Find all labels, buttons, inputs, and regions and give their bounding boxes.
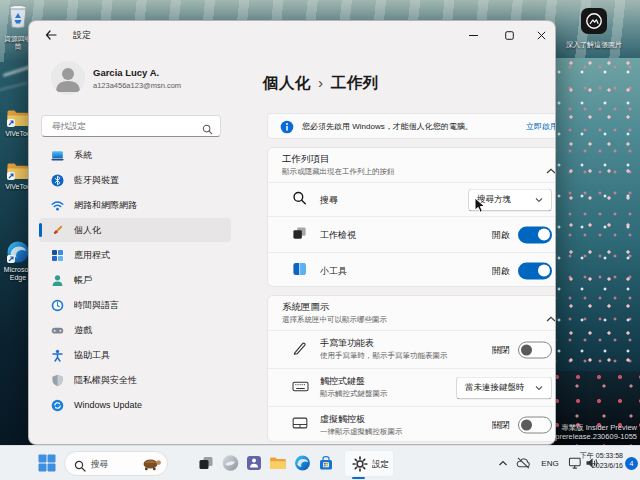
start-button[interactable]	[34, 454, 60, 472]
banner-text: 您必須先啟用 Windows，才能個人化您的電腦。	[302, 121, 473, 132]
section-taskbar-items: 工作列項目 顯示或隱藏出現在工作列上的按鈕 搜尋 搜尋方塊	[267, 147, 556, 287]
personalization-brush-icon	[51, 224, 64, 237]
chevron-up-icon[interactable]	[546, 160, 556, 178]
sidebar-item-bluetooth-devices[interactable]: 藍牙與裝置	[39, 168, 231, 192]
copilot-icon	[222, 455, 239, 472]
profile-name: Garcia Lucy A.	[93, 67, 159, 78]
row-label: 手寫筆功能表	[320, 337, 374, 350]
search-highlight-turtle-icon	[141, 456, 163, 476]
breadcrumb-root[interactable]: 個人化	[263, 74, 311, 91]
microsoft-store-icon	[318, 455, 334, 471]
sidebar-item-accessibility[interactable]: 協助工具	[39, 343, 231, 367]
section-header[interactable]: 系統匣圖示 選擇系統匣中可以顯示哪些圖示	[268, 296, 556, 330]
sidebar-item-label: Windows Update	[74, 400, 142, 410]
back-button[interactable]	[39, 26, 63, 44]
shield-icon	[51, 374, 64, 387]
person-icon	[51, 61, 85, 95]
sidebar-item-system[interactable]: 系統	[39, 143, 231, 167]
gamepad-icon	[51, 324, 64, 337]
sidebar-item-gaming[interactable]: 遊戲	[39, 318, 231, 342]
sidebar-item-personalization[interactable]: 個人化	[39, 218, 231, 242]
accounts-icon	[51, 274, 64, 287]
tray-onedrive-button[interactable]	[514, 457, 532, 470]
taskbar-edge-button[interactable]	[292, 455, 312, 472]
section-tray-icons: 系統匣圖示 選擇系統匣中可以顯示哪些圖示 手寫筆功能表 使用手寫筆時，顯示手寫筆…	[267, 295, 556, 442]
file-explorer-icon	[269, 456, 287, 471]
bluetooth-icon	[51, 174, 64, 187]
taskbar-file-explorer-button[interactable]	[268, 456, 288, 471]
sidebar-item-label: 應用程式	[74, 249, 110, 262]
notification-count: 4	[630, 460, 634, 467]
sidebar-item-label: 個人化	[74, 224, 101, 237]
section-title: 系統匣圖示	[282, 301, 330, 314]
sidebar-item-network-internet[interactable]: 網路和網際網路	[39, 193, 231, 217]
task-view-icon	[292, 225, 307, 244]
taskbar-settings-button[interactable]: 設定	[344, 450, 394, 477]
sidebar-item-privacy-security[interactable]: 隱私權與安全性	[39, 368, 231, 392]
sidebar-item-windows-update[interactable]: Windows Update	[39, 393, 231, 417]
avatar[interactable]	[51, 61, 85, 95]
row-pen-menu: 手寫筆功能表 使用手寫筆時，顯示手寫筆功能表圖示 關閉	[268, 330, 556, 368]
gear-icon	[352, 456, 368, 476]
taskbar-copilot-button[interactable]	[220, 455, 240, 472]
activate-now-link[interactable]: 立即啟用	[526, 121, 556, 132]
wallpaper-flamingos	[548, 58, 640, 388]
taskbar-task-view-button[interactable]	[196, 455, 216, 471]
clock-icon	[51, 299, 64, 312]
spotlight-camera-icon	[581, 8, 607, 34]
title-bar[interactable]: 設定	[29, 21, 555, 49]
row-task-view: 工作檢視 開啟	[268, 216, 556, 252]
tray-clock[interactable]: 下午 05:33:58 2023/6/16	[580, 451, 623, 471]
back-arrow-icon	[45, 30, 57, 40]
taskbar-store-button[interactable]	[316, 455, 336, 471]
section-header[interactable]: 工作列項目 顯示或隱藏出現在工作列上的按鈕	[268, 148, 556, 182]
spotlight-learn-more[interactable]: 深入了解這張圖片	[562, 8, 626, 49]
task-view-toggle[interactable]	[518, 226, 552, 243]
row-search: 搜尋 搜尋方塊	[268, 182, 556, 216]
sidebar-item-label: 協助工具	[74, 349, 110, 362]
notification-badge[interactable]: 4	[625, 457, 638, 470]
pen-menu-toggle[interactable]	[518, 341, 552, 358]
sidebar-item-label: 隱私權與安全性	[74, 374, 137, 387]
tray-show-hidden-icons-button[interactable]	[495, 460, 511, 467]
taskbar: 搜尋	[0, 445, 640, 480]
windows-logo-icon	[38, 454, 56, 472]
taskbar-teams-button[interactable]	[244, 455, 264, 471]
watermark-line2: ni_prerelease.230609-1055	[545, 432, 637, 441]
toggle-knob	[538, 265, 550, 277]
sidebar-item-time-language[interactable]: 時間與語言	[39, 293, 231, 317]
chevron-up-icon[interactable]	[546, 308, 556, 326]
touchpad-icon	[292, 416, 308, 435]
tray-language-indicator[interactable]: ENG	[538, 459, 562, 468]
toggle-state-label: 開啟	[492, 228, 510, 241]
maximize-button[interactable]	[493, 21, 525, 49]
dropdown-value: 當未連接鍵盤時	[465, 382, 525, 394]
sidebar-item-apps[interactable]: 應用程式	[39, 243, 231, 267]
settings-search-input[interactable]	[50, 117, 200, 135]
shortcut-arrow-icon	[7, 172, 15, 180]
sidebar-item-accounts[interactable]: 帳戶	[39, 268, 231, 292]
row-label: 小工具	[320, 264, 347, 277]
sidebar-nav: 系統 藍牙與裝置 網路和網際網路	[39, 143, 231, 418]
sidebar-item-label: 系統	[74, 149, 92, 162]
breadcrumb-page: 工作列	[331, 74, 379, 91]
widgets-toggle[interactable]	[518, 262, 552, 279]
taskbar-search-box[interactable]: 搜尋	[64, 451, 168, 476]
settings-search-box[interactable]	[41, 115, 221, 137]
row-touch-keyboard: 觸控式鍵盤 顯示觸控式鍵盤圖示 當未連接鍵盤時	[268, 368, 556, 406]
virtual-touchpad-toggle[interactable]	[518, 417, 552, 434]
touch-keyboard-dropdown[interactable]: 當未連接鍵盤時	[456, 376, 552, 399]
sidebar-item-label: 網路和網際網路	[74, 199, 137, 212]
toggle-knob	[521, 344, 532, 355]
close-button[interactable]	[525, 21, 556, 49]
toggle-knob	[538, 229, 550, 241]
row-sublabel: 一律顯示虛擬觸控板圖示	[320, 427, 403, 437]
minimize-button[interactable]	[457, 21, 489, 49]
section-subtitle: 顯示或隱藏出現在工作列上的按鈕	[282, 167, 395, 177]
keyboard-icon	[292, 378, 309, 397]
toggle-knob	[521, 420, 532, 431]
toggle-state-label: 開啟	[492, 264, 510, 277]
shortcut-arrow-icon	[7, 255, 15, 263]
row-label: 工作檢視	[320, 228, 356, 241]
breadcrumb-separator: ›	[318, 74, 324, 91]
